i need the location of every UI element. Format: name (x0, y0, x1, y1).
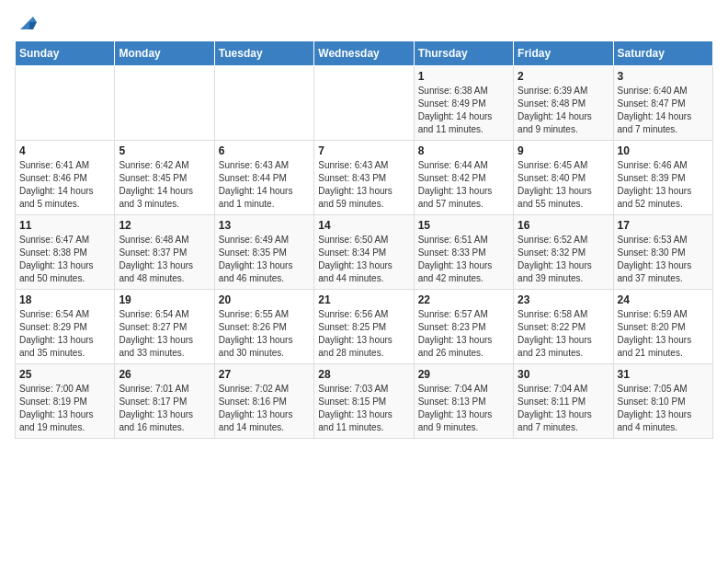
day-number: 2 (518, 70, 609, 83)
calendar-cell: 30Sunrise: 7:04 AMSunset: 8:11 PMDayligh… (514, 364, 613, 439)
weekday-header-row: SundayMondayTuesdayWednesdayThursdayFrid… (16, 41, 713, 66)
weekday-header-thursday: Thursday (414, 41, 513, 66)
day-number: 4 (19, 144, 110, 157)
day-number: 19 (119, 293, 210, 306)
day-number: 29 (418, 368, 509, 381)
weekday-header-monday: Monday (115, 41, 214, 66)
calendar-cell: 19Sunrise: 6:54 AMSunset: 8:27 PMDayligh… (115, 290, 214, 364)
calendar-cell: 18Sunrise: 6:54 AMSunset: 8:29 PMDayligh… (16, 290, 115, 364)
calendar-cell (214, 66, 313, 141)
calendar-cell: 14Sunrise: 6:50 AMSunset: 8:34 PMDayligh… (314, 215, 414, 290)
calendar-cell: 4Sunrise: 6:41 AMSunset: 8:46 PMDaylight… (16, 141, 115, 215)
day-number: 14 (318, 219, 409, 232)
day-info: Sunrise: 6:43 AMSunset: 8:43 PMDaylight:… (318, 159, 409, 211)
day-number: 16 (518, 219, 609, 232)
day-info: Sunrise: 6:38 AMSunset: 8:49 PMDaylight:… (418, 85, 509, 136)
day-number: 5 (119, 144, 210, 157)
day-number: 20 (219, 293, 310, 306)
day-number: 21 (318, 293, 409, 306)
day-number: 31 (618, 368, 709, 381)
day-number: 9 (518, 144, 609, 157)
day-info: Sunrise: 6:57 AMSunset: 8:23 PMDaylight:… (418, 308, 509, 360)
calendar-body: 1Sunrise: 6:38 AMSunset: 8:49 PMDaylight… (16, 66, 713, 439)
day-number: 26 (119, 368, 210, 381)
day-number: 11 (19, 219, 110, 232)
svg-marker-1 (29, 22, 37, 29)
calendar-cell: 9Sunrise: 6:45 AMSunset: 8:40 PMDaylight… (514, 141, 613, 215)
calendar-cell: 7Sunrise: 6:43 AMSunset: 8:43 PMDaylight… (314, 141, 414, 215)
day-number: 17 (618, 219, 709, 232)
day-number: 10 (618, 144, 709, 157)
calendar-cell: 20Sunrise: 6:55 AMSunset: 8:26 PMDayligh… (214, 290, 313, 364)
day-info: Sunrise: 7:04 AMSunset: 8:11 PMDaylight:… (518, 383, 609, 434)
weekday-header-friday: Friday (514, 41, 613, 66)
weekday-header-wednesday: Wednesday (314, 41, 414, 66)
calendar-cell: 23Sunrise: 6:58 AMSunset: 8:22 PMDayligh… (514, 290, 613, 364)
day-number: 8 (418, 144, 509, 157)
calendar-cell (115, 66, 214, 141)
weekday-header-tuesday: Tuesday (214, 41, 313, 66)
day-info: Sunrise: 6:44 AMSunset: 8:42 PMDaylight:… (418, 159, 509, 211)
calendar-week-2: 4Sunrise: 6:41 AMSunset: 8:46 PMDaylight… (16, 141, 713, 215)
day-number: 22 (418, 293, 509, 306)
calendar-cell: 1Sunrise: 6:38 AMSunset: 8:49 PMDaylight… (414, 66, 513, 141)
calendar-cell: 22Sunrise: 6:57 AMSunset: 8:23 PMDayligh… (414, 290, 513, 364)
day-info: Sunrise: 6:46 AMSunset: 8:39 PMDaylight:… (618, 159, 709, 211)
day-info: Sunrise: 6:39 AMSunset: 8:48 PMDaylight:… (518, 85, 609, 136)
day-number: 30 (518, 368, 609, 381)
day-info: Sunrise: 6:58 AMSunset: 8:22 PMDaylight:… (518, 308, 609, 360)
day-number: 13 (219, 219, 310, 232)
day-info: Sunrise: 6:52 AMSunset: 8:32 PMDaylight:… (518, 234, 609, 285)
logo (15, 15, 37, 33)
day-number: 27 (219, 368, 310, 381)
day-number: 15 (418, 219, 509, 232)
calendar-cell: 5Sunrise: 6:42 AMSunset: 8:45 PMDaylight… (115, 141, 214, 215)
day-number: 23 (518, 293, 609, 306)
day-number: 7 (318, 144, 409, 157)
calendar-cell: 3Sunrise: 6:40 AMSunset: 8:47 PMDaylight… (613, 66, 712, 141)
calendar-cell: 16Sunrise: 6:52 AMSunset: 8:32 PMDayligh… (514, 215, 613, 290)
logo-icon (17, 13, 37, 33)
day-info: Sunrise: 7:04 AMSunset: 8:13 PMDaylight:… (418, 383, 509, 434)
calendar-week-4: 18Sunrise: 6:54 AMSunset: 8:29 PMDayligh… (16, 290, 713, 364)
header (15, 15, 713, 33)
day-info: Sunrise: 6:45 AMSunset: 8:40 PMDaylight:… (518, 159, 609, 211)
day-number: 28 (318, 368, 409, 381)
day-info: Sunrise: 6:56 AMSunset: 8:25 PMDaylight:… (318, 308, 409, 360)
day-info: Sunrise: 7:01 AMSunset: 8:17 PMDaylight:… (119, 383, 210, 434)
calendar-cell (16, 66, 115, 141)
calendar-cell: 13Sunrise: 6:49 AMSunset: 8:35 PMDayligh… (214, 215, 313, 290)
calendar-header: SundayMondayTuesdayWednesdayThursdayFrid… (16, 41, 713, 66)
day-info: Sunrise: 6:50 AMSunset: 8:34 PMDaylight:… (318, 234, 409, 285)
calendar-cell: 24Sunrise: 6:59 AMSunset: 8:20 PMDayligh… (613, 290, 712, 364)
day-info: Sunrise: 6:40 AMSunset: 8:47 PMDaylight:… (618, 85, 709, 136)
calendar-cell: 8Sunrise: 6:44 AMSunset: 8:42 PMDaylight… (414, 141, 513, 215)
calendar-cell (314, 66, 414, 141)
calendar-cell: 21Sunrise: 6:56 AMSunset: 8:25 PMDayligh… (314, 290, 414, 364)
weekday-header-sunday: Sunday (16, 41, 115, 66)
day-info: Sunrise: 6:55 AMSunset: 8:26 PMDaylight:… (219, 308, 310, 360)
calendar-cell: 29Sunrise: 7:04 AMSunset: 8:13 PMDayligh… (414, 364, 513, 439)
calendar-table: SundayMondayTuesdayWednesdayThursdayFrid… (15, 40, 713, 439)
calendar-cell: 31Sunrise: 7:05 AMSunset: 8:10 PMDayligh… (613, 364, 712, 439)
day-number: 3 (618, 70, 709, 83)
day-info: Sunrise: 6:48 AMSunset: 8:37 PMDaylight:… (119, 234, 210, 285)
day-info: Sunrise: 7:02 AMSunset: 8:16 PMDaylight:… (219, 383, 310, 434)
day-info: Sunrise: 6:43 AMSunset: 8:44 PMDaylight:… (219, 159, 310, 211)
day-info: Sunrise: 6:54 AMSunset: 8:27 PMDaylight:… (119, 308, 210, 360)
calendar-cell: 27Sunrise: 7:02 AMSunset: 8:16 PMDayligh… (214, 364, 313, 439)
calendar-cell: 26Sunrise: 7:01 AMSunset: 8:17 PMDayligh… (115, 364, 214, 439)
day-number: 18 (19, 293, 110, 306)
calendar-cell: 12Sunrise: 6:48 AMSunset: 8:37 PMDayligh… (115, 215, 214, 290)
calendar-cell: 15Sunrise: 6:51 AMSunset: 8:33 PMDayligh… (414, 215, 513, 290)
day-info: Sunrise: 6:51 AMSunset: 8:33 PMDaylight:… (418, 234, 509, 285)
day-number: 6 (219, 144, 310, 157)
day-number: 12 (119, 219, 210, 232)
calendar-cell: 25Sunrise: 7:00 AMSunset: 8:19 PMDayligh… (16, 364, 115, 439)
calendar-week-5: 25Sunrise: 7:00 AMSunset: 8:19 PMDayligh… (16, 364, 713, 439)
day-info: Sunrise: 6:53 AMSunset: 8:30 PMDaylight:… (618, 234, 709, 285)
day-info: Sunrise: 6:42 AMSunset: 8:45 PMDaylight:… (119, 159, 210, 211)
calendar-cell: 2Sunrise: 6:39 AMSunset: 8:48 PMDaylight… (514, 66, 613, 141)
calendar-week-3: 11Sunrise: 6:47 AMSunset: 8:38 PMDayligh… (16, 215, 713, 290)
day-number: 24 (618, 293, 709, 306)
